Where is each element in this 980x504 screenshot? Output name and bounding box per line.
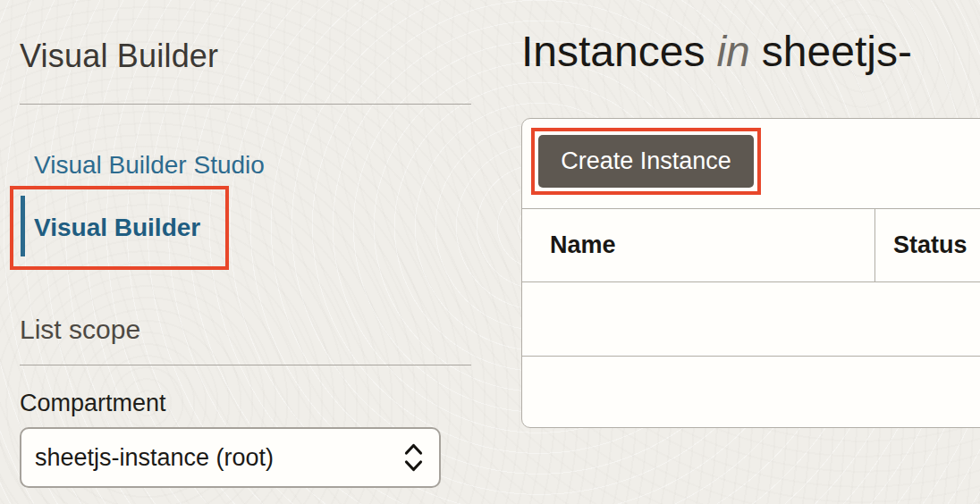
sidebar-divider-top [20, 104, 471, 105]
annotation-highlight-create-button: Create Instance [531, 128, 761, 195]
page-title-scope: sheetjs- [762, 27, 912, 76]
page-title-entity: Instances [521, 27, 705, 76]
instances-panel: Create Instance Name Status [521, 118, 980, 428]
table-header-row: Name Status [522, 208, 980, 282]
sidebar-item-visual-builder-studio[interactable]: Visual Builder Studio [34, 151, 265, 180]
list-scope-divider [20, 365, 471, 365]
column-header-status-label: Status [893, 231, 967, 259]
annotation-highlight-sidebar-item: Visual Builder [10, 186, 229, 270]
table-row [522, 282, 980, 357]
table-body [522, 282, 980, 427]
column-header-name: Name [522, 209, 875, 281]
create-instance-button[interactable]: Create Instance [538, 135, 754, 188]
list-scope-heading: List scope [20, 315, 140, 345]
active-indicator-bar [21, 196, 25, 256]
oci-console-page: Visual Builder Visual Builder Studio Vis… [0, 0, 980, 504]
compartment-select-value: sheetjs-instance (root) [35, 444, 274, 472]
sidebar-title: Visual Builder [20, 38, 218, 75]
compartment-select[interactable]: sheetjs-instance (root) [20, 427, 441, 488]
table-row [522, 357, 980, 427]
column-header-status: Status [875, 209, 980, 281]
page-title-connector: in [716, 27, 749, 76]
column-header-name-label: Name [550, 231, 616, 259]
sidebar-item-visual-builder[interactable]: Visual Builder [34, 214, 200, 242]
page-title: Instances in sheetjs- [521, 27, 912, 76]
select-chevrons-icon [402, 441, 425, 474]
compartment-label: Compartment [20, 390, 166, 417]
